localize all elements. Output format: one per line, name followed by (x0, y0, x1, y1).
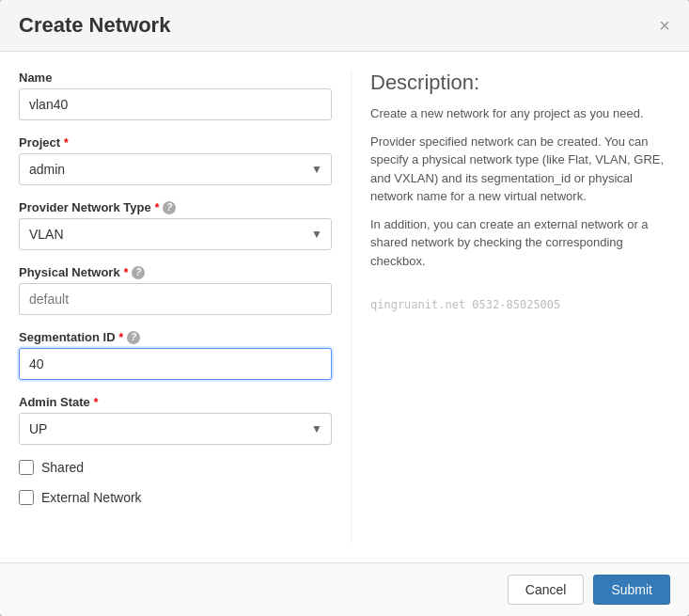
provider-network-type-group: Provider Network Type * ? VLAN Flat GRE … (19, 200, 332, 250)
physical-network-group: Physical Network * ? (19, 265, 332, 315)
admin-state-select[interactable]: UP DOWN (19, 413, 332, 445)
name-input[interactable] (19, 88, 332, 120)
cancel-button[interactable]: Cancel (508, 575, 585, 605)
admin-state-group: Admin State * UP DOWN ▼ (19, 395, 332, 445)
segmentation-id-help-icon[interactable]: ? (127, 331, 140, 344)
external-network-label[interactable]: External Network (41, 490, 142, 505)
physical-network-required: * (124, 266, 129, 279)
project-group: Project * admin ▼ (19, 135, 332, 185)
description-paragraph1: Create a new network for any project as … (370, 104, 670, 123)
provider-network-type-required: * (155, 201, 160, 214)
close-button[interactable]: × (659, 16, 670, 35)
shared-checkbox[interactable] (19, 460, 34, 475)
modal-footer: Cancel Submit (0, 562, 689, 616)
external-network-group: External Network (19, 490, 332, 505)
segmentation-id-group: Segmentation ID * ? (19, 330, 332, 380)
submit-button[interactable]: Submit (593, 575, 670, 605)
name-label: Name (19, 71, 332, 85)
name-group: Name (19, 71, 332, 120)
physical-network-label: Physical Network * ? (19, 265, 332, 279)
description-paragraph3: In addition, you can create an external … (370, 215, 670, 271)
provider-network-type-select[interactable]: VLAN Flat GRE VXLAN (19, 218, 332, 250)
description-paragraph2: Provider specified network can be create… (370, 133, 670, 206)
description-title: Description: (370, 71, 670, 95)
provider-network-type-select-wrapper: VLAN Flat GRE VXLAN ▼ (19, 218, 332, 250)
modal-title: Create Network (19, 13, 170, 38)
admin-state-label: Admin State * (19, 395, 332, 409)
shared-label[interactable]: Shared (41, 460, 84, 475)
external-network-checkbox[interactable] (19, 490, 34, 505)
segmentation-id-required: * (119, 331, 124, 344)
provider-network-type-label: Provider Network Type * ? (19, 200, 332, 214)
segmentation-id-input[interactable] (19, 348, 332, 380)
admin-state-required: * (94, 396, 99, 409)
description-section: Description: Create a new network for an… (351, 71, 670, 544)
provider-network-type-help-icon[interactable]: ? (163, 201, 176, 214)
modal-body: Name Project * admin ▼ (0, 52, 689, 562)
admin-state-select-wrapper: UP DOWN ▼ (19, 413, 332, 445)
project-label: Project * (19, 135, 332, 150)
physical-network-help-icon[interactable]: ? (132, 266, 145, 279)
watermark: qingruanit.net 0532-85025005 (370, 279, 670, 311)
shared-group: Shared (19, 460, 332, 475)
project-select-wrapper: admin ▼ (19, 153, 332, 185)
form-section: Name Project * admin ▼ (19, 71, 332, 544)
physical-network-input[interactable] (19, 283, 332, 315)
project-select[interactable]: admin (19, 153, 332, 185)
modal-header: Create Network × (0, 0, 689, 52)
project-required: * (64, 136, 69, 150)
create-network-modal: Create Network × Name Project * admin (0, 0, 689, 616)
segmentation-id-label: Segmentation ID * ? (19, 330, 332, 344)
